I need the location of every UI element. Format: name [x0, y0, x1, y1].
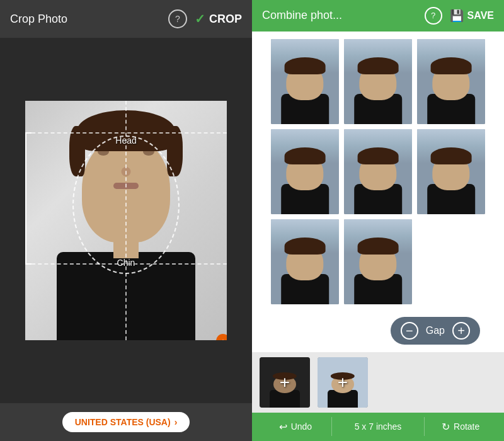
left-bottom-bar: UNITED STATES (USA) ›	[0, 403, 252, 441]
face-oval-guide	[72, 135, 180, 274]
head-guide-line	[25, 132, 227, 134]
passport-photo-6	[417, 129, 485, 214]
country-selector[interactable]: UNITED STATES (USA) ›	[62, 412, 190, 432]
passport-photo-4	[271, 129, 339, 214]
thumbnail-dark[interactable]: +	[260, 357, 310, 408]
resize-handle[interactable]: ↕	[216, 334, 227, 340]
save-button[interactable]: 💾 SAVE	[450, 9, 494, 23]
right-help-icon[interactable]: ?	[425, 7, 442, 25]
rotate-button[interactable]: ↻ Rotate	[425, 421, 496, 433]
crop-photo-bg[interactable]: Head Chin 2 inches 2 inches ↕	[25, 101, 227, 340]
thumb-plus-2: +	[338, 372, 348, 392]
thumb-plus-1: +	[280, 372, 290, 392]
right-header: Combine phot... ? 💾 SAVE	[252, 0, 504, 32]
chin-label: Chin	[117, 258, 135, 268]
left-panel: Crop Photo ? ✓ CROP	[0, 0, 252, 441]
thumbnail-row: + +	[252, 352, 504, 413]
undo-icon: ↩	[279, 421, 287, 433]
passport-photo-1	[271, 39, 339, 124]
right-panel: Combine phot... ? 💾 SAVE	[252, 0, 504, 441]
size-display: 5 x 7 inches	[332, 421, 425, 432]
passport-photo-3	[417, 39, 485, 124]
left-header: Crop Photo ? ✓ CROP	[0, 0, 252, 38]
bottom-toolbar: ↩ Undo 5 x 7 inches ↻ Rotate	[252, 413, 504, 441]
rotate-icon: ↻	[442, 421, 450, 433]
crop-photo-title: Crop Photo	[10, 13, 161, 26]
height-bracket	[25, 132, 32, 265]
photo-container: Head Chin 2 inches 2 inches ↕	[0, 38, 252, 403]
gap-control: − Gap +	[391, 317, 480, 345]
passport-photo-5	[344, 129, 412, 214]
passport-photo-grid	[271, 39, 485, 304]
crop-button[interactable]: ✓ CROP	[195, 11, 242, 26]
left-help-icon[interactable]: ?	[168, 9, 187, 28]
save-icon: 💾	[450, 9, 464, 23]
head-label: Head	[115, 135, 136, 146]
passport-photo-7	[271, 219, 339, 304]
gap-decrease-button[interactable]: −	[401, 322, 418, 340]
photo-grid-container: − Gap +	[252, 32, 504, 352]
undo-button[interactable]: ↩ Undo	[260, 421, 331, 433]
combine-photo-title: Combine phot...	[262, 9, 417, 22]
photo-wrapper: Head Chin 2 inches 2 inches ↕	[25, 101, 227, 340]
crop-check-icon: ✓	[195, 11, 205, 26]
passport-photo-8	[344, 219, 412, 304]
passport-photo-2	[344, 39, 412, 124]
gap-label: Gap	[426, 325, 445, 336]
gap-increase-button[interactable]: +	[452, 322, 470, 340]
thumbnail-light[interactable]: +	[318, 357, 368, 408]
